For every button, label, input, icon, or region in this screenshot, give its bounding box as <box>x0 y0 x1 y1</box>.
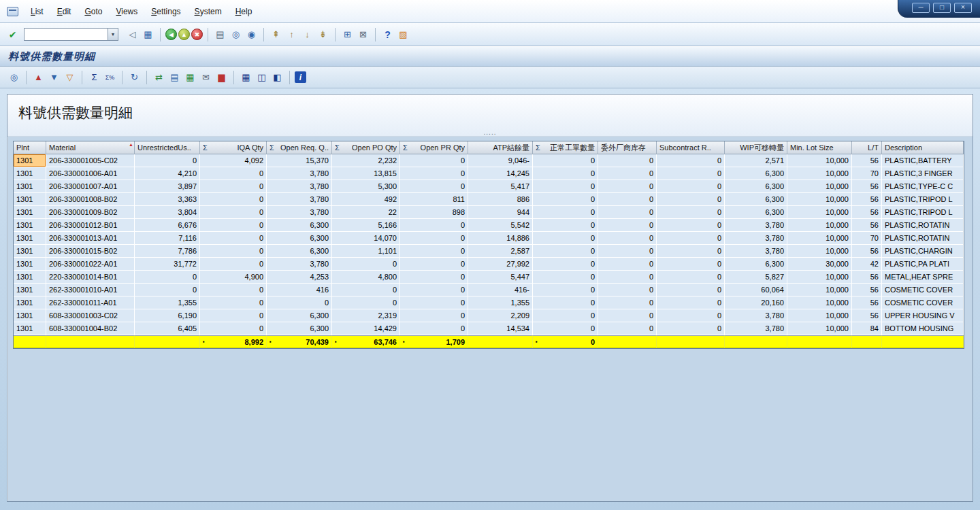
cell[interactable]: 0 <box>657 180 725 193</box>
cell[interactable]: 14,534 <box>468 322 533 335</box>
back-button[interactable]: ◀ <box>165 29 177 40</box>
cell[interactable]: 0 <box>533 271 598 284</box>
exit-button[interactable]: ▲ <box>178 29 190 40</box>
cell[interactable]: 5,300 <box>332 180 400 193</box>
cell[interactable]: 0 <box>200 309 267 322</box>
cell[interactable]: 56 <box>852 206 882 219</box>
new-session-button[interactable]: ⊞ <box>340 27 355 41</box>
word-processing-icon[interactable]: ▤ <box>167 70 182 84</box>
cell[interactable]: 31,772 <box>135 258 200 271</box>
crosstab-view-icon[interactable]: ◧ <box>270 70 284 84</box>
column-header-1[interactable]: Material▲ <box>46 141 135 154</box>
cell[interactable]: 0 <box>400 258 468 271</box>
cell[interactable]: 6,300 <box>267 245 332 258</box>
cell[interactable]: 3,780 <box>267 180 332 193</box>
cell[interactable]: 6,300 <box>267 309 332 322</box>
cell[interactable]: 3,780 <box>725 219 787 232</box>
cell[interactable]: COSMETIC COVER <box>882 296 964 309</box>
cell[interactable]: 0 <box>657 219 725 232</box>
command-dropdown-icon[interactable]: ▼ <box>108 29 118 40</box>
cell[interactable]: COSMETIC COVER <box>882 284 964 296</box>
cell[interactable]: 206-330001022-A01 <box>46 258 135 271</box>
cell[interactable]: 4,800 <box>332 271 400 284</box>
cell[interactable]: 15,370 <box>267 154 332 167</box>
cell[interactable]: 42 <box>852 258 882 271</box>
cell[interactable]: 14,886 <box>468 232 533 245</box>
cell[interactable]: 6,300 <box>725 180 787 193</box>
cell[interactable]: 6,300 <box>267 322 332 335</box>
cell[interactable]: 56 <box>852 245 882 258</box>
system-menu-icon[interactable] <box>7 7 18 16</box>
cell[interactable]: 2,571 <box>725 154 787 167</box>
cell[interactable]: PLASTIC,ROTATIN <box>882 219 964 232</box>
cell[interactable]: 0 <box>200 219 267 232</box>
selected-cell[interactable]: 1301 <box>14 154 46 167</box>
command-input[interactable] <box>24 29 108 39</box>
cell[interactable]: 0 <box>657 232 725 245</box>
cell[interactable]: 56 <box>852 271 882 284</box>
cell[interactable]: 1301 <box>14 206 46 219</box>
cell[interactable]: 0 <box>657 193 725 206</box>
cell[interactable]: 206-330001015-B02 <box>46 245 135 258</box>
cell[interactable]: 0 <box>200 180 267 193</box>
menu-goto[interactable]: Goto <box>78 5 109 18</box>
cell[interactable]: 0 <box>657 258 725 271</box>
cell[interactable]: 206-330001012-B01 <box>46 219 135 232</box>
cell[interactable]: 0 <box>200 258 267 271</box>
cell[interactable]: 0 <box>598 193 657 206</box>
cell[interactable]: 0 <box>533 193 598 206</box>
cell[interactable]: 0 <box>200 284 267 296</box>
mail-icon[interactable]: ✉ <box>199 70 213 84</box>
cell[interactable]: 0 <box>332 284 400 296</box>
cell[interactable]: 0 <box>400 309 468 322</box>
cell[interactable]: 2,209 <box>468 309 533 322</box>
cell[interactable]: 206-330001007-A01 <box>46 180 135 193</box>
cell[interactable]: 0 <box>135 271 200 284</box>
cell[interactable]: 56 <box>852 309 882 322</box>
cell[interactable]: 0 <box>598 258 657 271</box>
cell[interactable]: 10,000 <box>787 206 852 219</box>
cell[interactable]: 0 <box>533 154 598 167</box>
cell[interactable]: 84 <box>852 322 882 335</box>
cell[interactable]: 0 <box>533 180 598 193</box>
find-button[interactable]: ◎ <box>229 27 243 41</box>
cell[interactable]: 0 <box>400 180 468 193</box>
pivot-view-icon[interactable]: ◫ <box>255 70 269 84</box>
cell[interactable]: 1301 <box>14 245 46 258</box>
cell[interactable]: 0 <box>598 245 657 258</box>
column-header-14[interactable]: Description <box>882 141 964 154</box>
cell[interactable]: 3,780 <box>725 309 787 322</box>
cell[interactable]: 0 <box>533 219 598 232</box>
cell[interactable]: 6,300 <box>267 232 332 245</box>
cell[interactable]: 13,815 <box>332 167 400 180</box>
cell[interactable]: 0 <box>598 284 657 296</box>
cell[interactable]: 6,405 <box>135 322 200 335</box>
cell[interactable]: 0 <box>400 232 468 245</box>
cell[interactable]: 416- <box>468 284 533 296</box>
page-up-button[interactable]: ↑ <box>284 27 299 41</box>
cell[interactable]: 6,676 <box>135 219 200 232</box>
cell[interactable]: 0 <box>400 322 468 335</box>
cell[interactable]: 1301 <box>14 309 46 322</box>
cell[interactable]: 4,900 <box>200 271 267 284</box>
sort-desc-icon[interactable]: ▼ <box>47 70 61 84</box>
cell[interactable]: 0 <box>400 167 468 180</box>
details-icon[interactable]: ◎ <box>7 70 21 84</box>
cell[interactable]: 22 <box>332 206 400 219</box>
cell[interactable]: PLASTIC,TYPE-C C <box>882 180 964 193</box>
refresh-icon[interactable]: ↻ <box>127 70 142 84</box>
cell[interactable]: 56 <box>852 219 882 232</box>
cell[interactable]: 20,160 <box>725 296 787 309</box>
column-header-0[interactable]: Plnt <box>14 141 46 154</box>
cell[interactable]: 10,000 <box>787 154 852 167</box>
cell[interactable]: 56 <box>852 154 882 167</box>
column-header-10[interactable]: Subcontract R.. <box>657 141 725 154</box>
cell[interactable]: 3,780 <box>267 193 332 206</box>
cell[interactable]: 0 <box>533 322 598 335</box>
cell[interactable]: 10,000 <box>787 309 852 322</box>
cell[interactable]: 0 <box>598 322 657 335</box>
cell[interactable]: 0 <box>598 232 657 245</box>
enter-button[interactable]: ✔ <box>5 27 20 41</box>
cell[interactable]: 4,253 <box>267 271 332 284</box>
cell[interactable]: 0 <box>200 206 267 219</box>
